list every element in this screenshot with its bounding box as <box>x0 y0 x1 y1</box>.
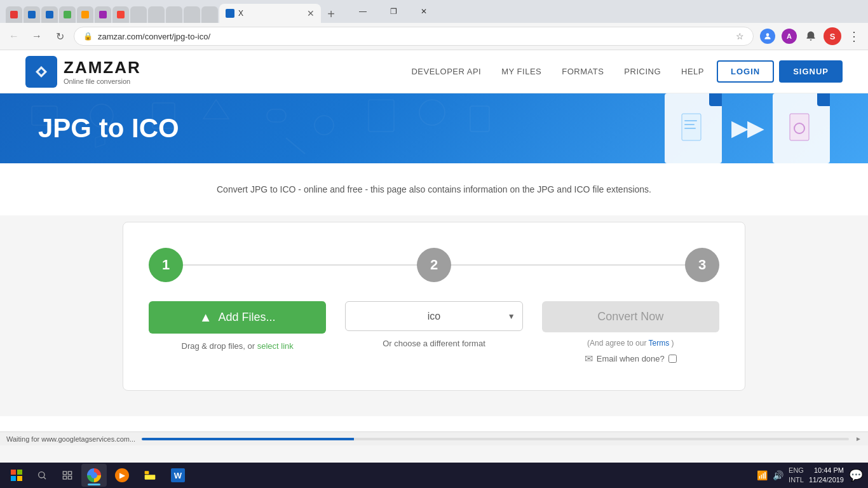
pricing-link[interactable]: PRICING <box>616 63 668 80</box>
hero-file-preview: ▶▶ <box>665 93 830 163</box>
terms-text: (And agree to our Terms ) <box>587 339 674 348</box>
minimize-button[interactable]: — <box>348 3 377 20</box>
help-link[interactable]: HELP <box>674 63 712 80</box>
format-select[interactable]: ico png jpg <box>345 301 522 331</box>
browser-tab-11[interactable] <box>184 6 200 23</box>
description-text: Convert JPG to ICO - online and free - t… <box>25 182 843 196</box>
my-files-link[interactable]: MY FILES <box>494 63 549 80</box>
active-tab-favicon <box>226 9 234 18</box>
browser-tab-4[interactable] <box>59 6 76 23</box>
description-section: Convert JPG to ICO - online and free - t… <box>0 163 868 215</box>
steps-row: 1 2 3 <box>149 248 719 282</box>
bookmark-icon[interactable]: ☆ <box>736 31 744 41</box>
converter-section: 1 2 3 ▲ Add Files... Drag <box>0 215 868 416</box>
svg-point-8 <box>315 116 334 135</box>
svg-rect-14 <box>684 120 697 121</box>
choose-format-text[interactable]: Or choose a different format <box>383 339 485 348</box>
close-tab-icon[interactable]: ✕ <box>307 8 315 18</box>
status-bar: Waiting for www.googletagservices.com...… <box>0 431 868 445</box>
svg-line-12 <box>286 138 305 154</box>
reload-button[interactable]: ↻ <box>51 27 69 45</box>
format-select-wrapper: ico png jpg ▼ <box>345 301 522 331</box>
browser-tab-12[interactable] <box>201 6 218 23</box>
url-text: zamzar.com/convert/jpg-to-ico/ <box>98 32 731 41</box>
logo-icon <box>25 56 57 88</box>
step-divider-2 <box>451 264 685 266</box>
format-select-col: ico png jpg ▼ Or choose a different form… <box>345 301 522 348</box>
profile-icon[interactable]: A <box>780 27 798 45</box>
svg-rect-15 <box>684 124 695 125</box>
status-progress <box>142 438 849 440</box>
nav-links: DEVELOPER API MY FILES FORMATS PRICING H… <box>403 60 843 83</box>
back-button[interactable]: ← <box>5 27 23 45</box>
login-button[interactable]: LOGIN <box>717 60 774 83</box>
formats-link[interactable]: FORMATS <box>554 63 611 80</box>
source-file-icon <box>665 93 722 163</box>
svg-rect-16 <box>684 128 696 129</box>
browser-tab-1[interactable] <box>6 6 22 23</box>
browser-tab-10[interactable] <box>166 6 182 23</box>
browser-tab-3[interactable] <box>41 6 58 23</box>
target-file-icon <box>773 93 830 163</box>
svg-rect-11 <box>470 106 489 132</box>
svg-point-10 <box>419 100 445 125</box>
svg-marker-6 <box>203 100 229 119</box>
notifications-icon[interactable] <box>802 27 820 45</box>
step-divider-1 <box>183 264 417 266</box>
convert-col: Convert Now (And agree to our Terms ) ✉ … <box>542 301 719 365</box>
email-label: Email when done? <box>597 354 665 363</box>
arrow-convert-icon: ▶▶ <box>731 116 763 140</box>
step-1-circle: 1 <box>149 248 183 282</box>
browser-tab-5[interactable] <box>77 6 93 23</box>
logo-text: ZAMZAR Online file conversion <box>64 58 141 85</box>
svg-rect-13 <box>682 114 701 140</box>
maximize-button[interactable]: ❐ <box>379 3 408 20</box>
step-3-circle: 3 <box>685 248 719 282</box>
progress-fill <box>142 438 354 440</box>
signup-button[interactable]: SIGNUP <box>779 60 843 83</box>
step-2-circle: 2 <box>417 248 451 282</box>
browser-tab-9[interactable] <box>148 6 165 23</box>
convert-now-button[interactable]: Convert Now <box>542 301 719 332</box>
drag-drop-label: Drag & drop files, or <box>182 341 255 351</box>
active-tab-title: X <box>238 9 303 18</box>
add-files-button[interactable]: ▲ Add Files... <box>149 301 326 334</box>
hero-title: JPG to ICO <box>38 113 179 144</box>
scroll-indicator: ► <box>855 435 862 442</box>
status-text: Waiting for www.googletagservices.com... <box>6 435 135 443</box>
forward-button[interactable]: → <box>28 27 46 45</box>
drag-drop-text: Drag & drop files, or select link <box>182 341 294 351</box>
hero-banner: JPG to ICO ▶▶ <box>0 93 868 163</box>
lock-icon: 🔒 <box>83 32 93 41</box>
new-tab-button[interactable]: + <box>322 5 341 23</box>
address-bar[interactable]: 🔒 zamzar.com/convert/jpg-to-ico/ ☆ <box>74 27 754 46</box>
close-window-button[interactable]: ✕ <box>409 3 438 20</box>
add-files-col: ▲ Add Files... Drag & drop files, or sel… <box>149 301 326 351</box>
terms-link[interactable]: Terms <box>649 339 670 348</box>
svg-rect-17 <box>790 114 809 140</box>
add-files-label: Add Files... <box>219 311 276 324</box>
email-icon: ✉ <box>585 353 593 365</box>
email-row: ✉ Email when done? <box>585 353 677 365</box>
svg-rect-9 <box>369 100 394 132</box>
email-checkbox[interactable] <box>668 355 677 363</box>
developer-api-link[interactable]: DEVELOPER API <box>403 63 489 80</box>
converter-box: 1 2 3 ▲ Add Files... Drag <box>123 222 745 391</box>
browser-tab-2[interactable] <box>24 6 40 23</box>
menu-icon[interactable]: ⋮ <box>845 27 863 45</box>
account-button[interactable]: S <box>824 27 841 45</box>
site-header: ZAMZAR Online file conversion DEVELOPER … <box>0 50 868 93</box>
browser-tab-6[interactable] <box>95 6 111 23</box>
actions-row: ▲ Add Files... Drag & drop files, or sel… <box>149 301 719 365</box>
upload-icon: ▲ <box>200 310 212 325</box>
active-tab[interactable]: X ✕ <box>219 4 321 23</box>
browser-tab-8[interactable] <box>130 6 147 23</box>
browser-tab-7[interactable] <box>112 6 129 23</box>
svg-point-0 <box>766 33 770 36</box>
select-link[interactable]: select link <box>257 341 294 351</box>
svg-rect-7 <box>267 109 286 122</box>
user-icon[interactable] <box>759 27 776 45</box>
logo-area[interactable]: ZAMZAR Online file conversion <box>25 56 141 88</box>
